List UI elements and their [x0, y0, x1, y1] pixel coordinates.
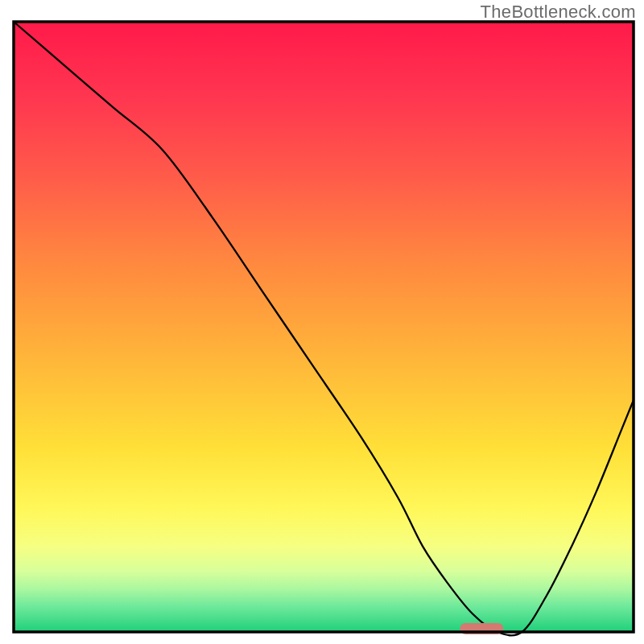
- chart-container: TheBottleneck.com: [0, 0, 644, 644]
- plot-background: [14, 22, 634, 632]
- bottleneck-chart: [0, 0, 644, 644]
- watermark-text: TheBottleneck.com: [481, 2, 636, 23]
